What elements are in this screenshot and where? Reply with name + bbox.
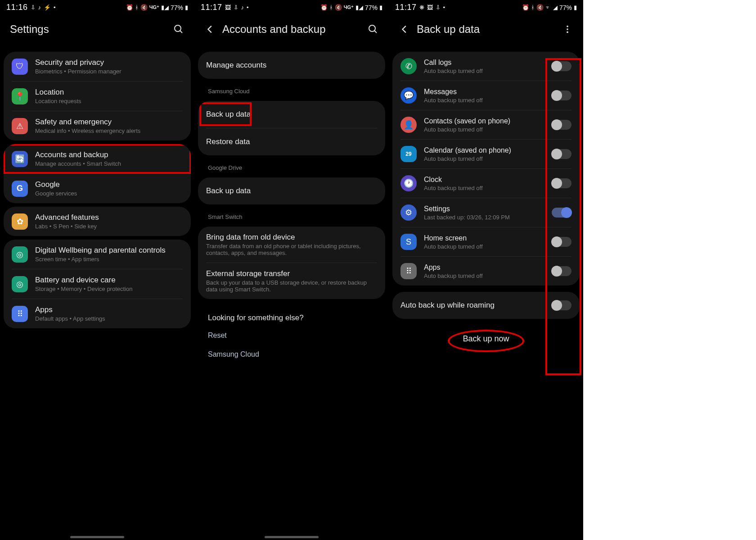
fan-icon: ❋ bbox=[419, 4, 424, 11]
more-icon[interactable] bbox=[562, 23, 573, 35]
alarm-icon: ⏰ bbox=[522, 4, 529, 11]
settings-item-sync[interactable]: 🔄Accounts and backupManage accounts • Sm… bbox=[4, 144, 191, 173]
page-title: Back up data bbox=[417, 23, 555, 36]
svg-line-3 bbox=[374, 31, 377, 33]
item-title: Safety and emergency bbox=[35, 118, 183, 127]
toggle-contact[interactable] bbox=[552, 120, 572, 130]
grid-icon: ⠿ bbox=[400, 263, 417, 279]
settings-item-google[interactable]: GGoogleGoogle services bbox=[4, 174, 191, 203]
settings-item-wellbeing[interactable]: ◎Digital Wellbeing and parental controls… bbox=[4, 240, 191, 269]
external-storage-row[interactable]: External storage transfer Back up your d… bbox=[198, 263, 385, 299]
toggle-clock[interactable] bbox=[552, 178, 572, 188]
gdrive-backup-label: Back up data bbox=[206, 186, 377, 195]
item-title: Messages bbox=[424, 88, 544, 96]
google-icon: G bbox=[12, 181, 28, 197]
call-icon: ✆ bbox=[400, 58, 417, 74]
item-subtitle: Labs • S Pen • Side key bbox=[35, 223, 183, 230]
manage-accounts-row[interactable]: Manage accounts bbox=[198, 52, 385, 79]
roaming-toggle[interactable] bbox=[552, 300, 572, 310]
status-bar: 11:17 ❋ 🖼 ⇩ • ⏰ ᚼ 🔇 ᯤ ◢ 77% ▮ bbox=[389, 0, 583, 14]
backup-item-cal[interactable]: 29Calendar (saved on phone)Auto backup t… bbox=[392, 140, 580, 168]
item-title: Contacts (saved on phone) bbox=[424, 117, 544, 125]
battery-icon: ▮ bbox=[574, 4, 577, 11]
home-icon: S bbox=[400, 234, 417, 250]
section-samsung-cloud: Samsung Cloud bbox=[198, 82, 385, 97]
backup-data-label: Back up data bbox=[206, 110, 377, 119]
mute-icon: 🔇 bbox=[140, 4, 148, 11]
toggle-cal[interactable] bbox=[552, 149, 572, 159]
external-storage-label: External storage transfer bbox=[206, 269, 377, 278]
restore-data-label: Restore data bbox=[206, 137, 377, 146]
backup-item-grid[interactable]: ⠿AppsAuto backup turned off bbox=[392, 257, 580, 286]
backup-item-gearB[interactable]: ⚙SettingsLast backed up: 03/26, 12:09 PM bbox=[392, 198, 580, 227]
settings-item-shield[interactable]: 🛡Security and privacyBiometrics • Permis… bbox=[4, 52, 191, 81]
settings-item-apps[interactable]: ⠿AppsDefault apps • App settings bbox=[4, 299, 191, 328]
battery-pct: 77% bbox=[365, 4, 378, 11]
screen-backup-data: 11:17 ❋ 🖼 ⇩ • ⏰ ᚼ 🔇 ᯤ ◢ 77% ▮ Back up da… bbox=[389, 0, 583, 540]
back-icon[interactable] bbox=[204, 23, 216, 35]
shield-icon: 🛡 bbox=[12, 59, 28, 75]
alert-icon: ⚠ bbox=[12, 118, 28, 134]
back-icon[interactable] bbox=[399, 23, 410, 35]
search-icon[interactable] bbox=[173, 23, 184, 35]
item-subtitle: Screen time • App timers bbox=[35, 256, 183, 263]
dot-icon: • bbox=[247, 4, 249, 11]
manage-accounts-label: Manage accounts bbox=[206, 61, 377, 70]
toggle-grid[interactable] bbox=[552, 266, 572, 276]
svg-point-0 bbox=[175, 25, 181, 32]
battery-icon: ◎ bbox=[12, 276, 28, 292]
status-bar: 11:16 ⇩ ♪ ⚡ • ⏰ ᚼ 🔇 ЧG⁺ ▮◢ 77% ▮ bbox=[0, 0, 194, 14]
signal-icon: ▮◢ bbox=[356, 4, 363, 11]
item-title: Apps bbox=[424, 263, 544, 272]
page-title: Accounts and backup bbox=[222, 23, 361, 36]
toggle-home[interactable] bbox=[552, 237, 572, 247]
samsung-cloud-link[interactable]: Samsung Cloud bbox=[198, 345, 385, 364]
backup-item-msg[interactable]: 💬MessagesAuto backup turned off bbox=[392, 81, 580, 110]
contact-icon: 👤 bbox=[400, 117, 417, 133]
backup-data-row[interactable]: Back up data bbox=[198, 101, 385, 128]
bluetooth-icon: ᚼ bbox=[329, 4, 333, 11]
screen-settings: 11:16 ⇩ ♪ ⚡ • ⏰ ᚼ 🔇 ЧG⁺ ▮◢ 77% ▮ Setting… bbox=[0, 0, 194, 540]
nav-bar bbox=[0, 536, 194, 540]
backup-item-contact[interactable]: 👤Contacts (saved on phone)Auto backup tu… bbox=[392, 110, 580, 139]
reset-link[interactable]: Reset bbox=[198, 326, 385, 345]
toggle-msg[interactable] bbox=[552, 91, 572, 100]
bring-data-row[interactable]: Bring data from old device Transfer data… bbox=[198, 227, 385, 263]
item-subtitle: Biometrics • Permission manager bbox=[35, 68, 183, 75]
gearY-icon: ✿ bbox=[12, 213, 28, 230]
screen-accounts-backup: 11:17 🖼 ⇩ ♪ • ⏰ ᚼ 🔇 ЧG⁺ ▮◢ 77% ▮ Account… bbox=[194, 0, 389, 540]
backup-item-home[interactable]: SHome screenAuto backup turned off bbox=[392, 227, 580, 256]
status-time: 11:16 bbox=[6, 3, 28, 12]
backup-item-clock[interactable]: 🕐ClockAuto backup turned off bbox=[392, 169, 580, 198]
settings-item-pin[interactable]: 📍LocationLocation requests bbox=[4, 82, 191, 111]
status-bar: 11:17 🖼 ⇩ ♪ • ⏰ ᚼ 🔇 ЧG⁺ ▮◢ 77% ▮ bbox=[194, 0, 389, 14]
backup-item-call[interactable]: ✆Call logsAuto backup turned off bbox=[392, 52, 580, 81]
settings-item-alert[interactable]: ⚠Safety and emergencyMedical info • Wire… bbox=[4, 111, 191, 141]
svg-line-1 bbox=[180, 31, 182, 33]
download-icon: ⇩ bbox=[436, 4, 441, 11]
svg-point-4 bbox=[567, 26, 568, 27]
item-title: Google bbox=[35, 180, 183, 189]
svg-point-6 bbox=[567, 32, 568, 33]
item-title: Digital Wellbeing and parental controls bbox=[35, 246, 183, 255]
settings-item-gearY[interactable]: ✿Advanced featuresLabs • S Pen • Side ke… bbox=[4, 207, 191, 236]
picture-icon: 🖼 bbox=[225, 4, 231, 11]
item-subtitle: Manage accounts • Smart Switch bbox=[35, 160, 183, 167]
toggle-gearB[interactable] bbox=[552, 208, 572, 218]
gdrive-backup-row[interactable]: Back up data bbox=[198, 177, 385, 204]
apps-icon: ⠿ bbox=[12, 306, 28, 322]
item-subtitle: Location requests bbox=[35, 98, 183, 104]
settings-item-battery[interactable]: ◎Battery and device careStorage • Memory… bbox=[4, 269, 191, 299]
backup-now-button[interactable]: Back up now bbox=[463, 334, 509, 344]
clock-icon: 🕐 bbox=[400, 175, 417, 191]
restore-data-row[interactable]: Restore data bbox=[198, 128, 385, 155]
roaming-row[interactable]: Auto back up while roaming bbox=[392, 292, 580, 319]
item-subtitle: Auto backup turned off bbox=[424, 97, 544, 104]
toggle-call[interactable] bbox=[552, 61, 572, 71]
item-title: Apps bbox=[35, 305, 183, 314]
item-title: Settings bbox=[424, 205, 544, 213]
battery-pct: 77% bbox=[559, 4, 572, 11]
search-icon[interactable] bbox=[367, 23, 379, 35]
network-icon: ЧG⁺ bbox=[149, 5, 159, 10]
item-subtitle: Auto backup turned off bbox=[424, 68, 544, 74]
